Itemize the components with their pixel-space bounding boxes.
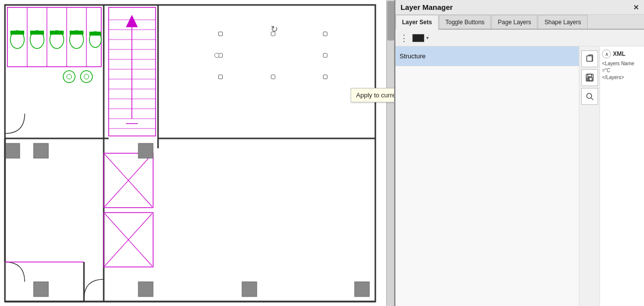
svg-point-21 bbox=[63, 71, 75, 83]
rotate-handle[interactable]: ↻ bbox=[271, 24, 278, 31]
svg-rect-6 bbox=[7, 7, 101, 67]
xml-line1: <Layers Name="C bbox=[602, 60, 642, 74]
svg-rect-64 bbox=[588, 78, 589, 80]
svg-rect-20 bbox=[89, 32, 101, 36]
svg-point-24 bbox=[84, 74, 89, 79]
lm-close-button[interactable]: ✕ bbox=[633, 3, 639, 11]
svg-rect-18 bbox=[70, 31, 83, 35]
structure-container[interactable]: Structure bbox=[220, 34, 325, 77]
lm-dropdown-arrow[interactable]: ▾ bbox=[426, 35, 429, 41]
svg-point-23 bbox=[80, 71, 92, 83]
layer-row-structure[interactable]: Structure bbox=[396, 46, 579, 66]
handle-mid-right[interactable] bbox=[323, 53, 327, 58]
svg-rect-50 bbox=[138, 143, 153, 158]
layer-manager-panel: Layer Manager ✕ Layer Sets Toggle Button… bbox=[395, 0, 644, 306]
svg-rect-51 bbox=[34, 282, 48, 297]
xml-header: ∧ XML bbox=[602, 49, 642, 58]
layer-name-structure: Structure bbox=[400, 52, 575, 60]
lm-title: Layer Manager bbox=[401, 3, 453, 11]
svg-rect-62 bbox=[588, 74, 592, 77]
lm-content: Structure bbox=[396, 46, 644, 306]
lm-titlebar: Layer Manager ✕ bbox=[396, 0, 644, 15]
xml-collapse-button[interactable]: ∧ bbox=[602, 49, 611, 58]
svg-rect-12 bbox=[10, 31, 24, 35]
lm-color-swatch[interactable] bbox=[412, 34, 424, 42]
xml-content: <Layers Name="C </Layers> bbox=[602, 60, 642, 81]
find-layer-button[interactable] bbox=[581, 88, 598, 105]
lm-tabs: Layer Sets Toggle Buttons Page Layers Sh… bbox=[396, 15, 644, 30]
lm-toolbar: ⋮ ▾ bbox=[396, 30, 644, 46]
svg-rect-16 bbox=[50, 31, 64, 35]
svg-point-22 bbox=[67, 74, 72, 79]
handle-bottom-center[interactable] bbox=[271, 75, 275, 79]
tab-page-layers[interactable]: Page Layers bbox=[491, 15, 537, 29]
canvas-area: Structure ↻ Apply to current page bbox=[0, 0, 395, 306]
handle-bottom-right[interactable] bbox=[323, 75, 327, 79]
handle-top-right[interactable] bbox=[323, 32, 327, 36]
floorplan bbox=[0, 0, 387, 306]
canvas-scrollbar-thumb[interactable] bbox=[387, 1, 394, 41]
tooltip-text: Apply to current page bbox=[356, 91, 395, 99]
handle-bottom-left[interactable] bbox=[218, 75, 223, 79]
tab-toggle-buttons[interactable]: Toggle Buttons bbox=[439, 15, 491, 29]
canvas-scrollbar[interactable] bbox=[386, 0, 394, 306]
svg-line-66 bbox=[591, 98, 593, 100]
svg-rect-52 bbox=[138, 282, 153, 297]
connection-point-left[interactable] bbox=[214, 53, 219, 58]
apply-tooltip: Apply to current page bbox=[351, 88, 395, 102]
svg-rect-53 bbox=[242, 282, 257, 297]
svg-point-65 bbox=[587, 93, 592, 98]
copy-layer-button[interactable] bbox=[581, 50, 598, 67]
svg-rect-49 bbox=[34, 143, 48, 158]
svg-rect-48 bbox=[5, 143, 20, 158]
svg-rect-60 bbox=[587, 56, 592, 61]
svg-rect-14 bbox=[30, 31, 44, 35]
handle-top-left[interactable] bbox=[218, 32, 223, 36]
lm-xml-panel: ∧ XML <Layers Name="C </Layers> bbox=[600, 46, 644, 306]
xml-label: XML bbox=[613, 50, 625, 57]
tab-shape-layers[interactable]: Shape Layers bbox=[538, 15, 587, 29]
svg-rect-54 bbox=[355, 282, 369, 297]
lm-action-buttons bbox=[579, 46, 600, 306]
save-layer-button[interactable] bbox=[581, 69, 598, 86]
lm-layer-list[interactable]: Structure bbox=[396, 46, 579, 306]
lm-menu-dots[interactable]: ⋮ bbox=[400, 33, 408, 44]
xml-line2: </Layers> bbox=[602, 74, 642, 81]
svg-marker-39 bbox=[126, 15, 138, 27]
tab-layer-sets[interactable]: Layer Sets bbox=[396, 15, 439, 30]
